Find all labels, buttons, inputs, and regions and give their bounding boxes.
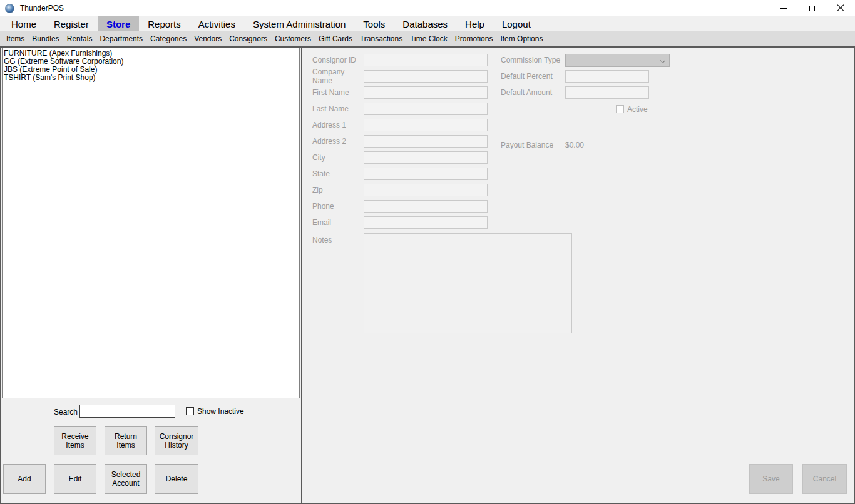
search-label: Search: [20, 408, 78, 416]
consignor-id-label: Consignor ID: [312, 56, 364, 64]
selected-account-button[interactable]: Selected Account: [105, 464, 147, 494]
consignor-id-input[interactable]: [364, 54, 488, 66]
return-items-button[interactable]: Return Items: [105, 426, 147, 455]
zip-input[interactable]: [364, 184, 488, 196]
submenu-time-clock[interactable]: Time Clock: [406, 31, 451, 46]
save-button[interactable]: Save: [749, 464, 793, 494]
email-input[interactable]: [364, 216, 488, 229]
minimize-icon: [780, 8, 787, 9]
restore-button[interactable]: [797, 0, 826, 16]
default-amount-label: Default Amount: [501, 88, 565, 97]
last-name-input[interactable]: [364, 103, 488, 115]
store-submenu-bar: Items Bundles Rentals Departments Catego…: [0, 31, 855, 46]
submenu-bundles[interactable]: Bundles: [28, 31, 63, 46]
cancel-button[interactable]: Cancel: [802, 464, 847, 494]
phone-input[interactable]: [364, 200, 488, 213]
address-1-input[interactable]: [364, 119, 488, 131]
delete-button[interactable]: Delete: [155, 464, 198, 494]
restore-icon: [809, 6, 815, 11]
submenu-transactions[interactable]: Transactions: [356, 31, 406, 46]
show-inactive-label: Show Inactive: [197, 407, 244, 416]
notes-textarea[interactable]: [364, 233, 572, 333]
receive-items-button[interactable]: Receive Items: [54, 426, 96, 455]
close-button[interactable]: [826, 0, 855, 16]
title-bar: ThunderPOS: [0, 0, 855, 16]
last-name-label: Last Name: [312, 104, 364, 113]
default-percent-label: Default Percent: [501, 72, 565, 81]
city-input[interactable]: [364, 151, 488, 164]
notes-label: Notes: [312, 236, 332, 244]
state-label: State: [312, 169, 364, 178]
submenu-item-options[interactable]: Item Options: [496, 31, 546, 46]
minimize-button[interactable]: [769, 0, 797, 16]
consignor-listbox[interactable]: FURNITURE (Apex Furnishings) GG (Extreme…: [2, 48, 300, 398]
search-input[interactable]: [79, 405, 175, 418]
default-amount-input[interactable]: [565, 86, 649, 99]
list-item[interactable]: TSHIRT (Sam's Print Shop): [4, 74, 299, 82]
email-label: Email: [312, 218, 364, 227]
commission-type-label: Commission Type: [501, 56, 565, 64]
chevron-down-icon: [660, 58, 665, 63]
submenu-promotions[interactable]: Promotions: [451, 31, 497, 46]
submenu-rentals[interactable]: Rentals: [63, 31, 96, 46]
menu-logout[interactable]: Logout: [493, 16, 540, 31]
phone-label: Phone: [312, 202, 364, 211]
menu-register[interactable]: Register: [45, 16, 98, 31]
submenu-gift-cards[interactable]: Gift Cards: [315, 31, 356, 46]
submenu-departments[interactable]: Departments: [96, 31, 146, 46]
menu-home[interactable]: Home: [3, 16, 45, 31]
consignors-panel: FURNITURE (Apex Furnishings) GG (Extreme…: [0, 46, 855, 504]
submenu-categories[interactable]: Categories: [146, 31, 190, 46]
close-icon: [837, 4, 844, 12]
first-name-input[interactable]: [364, 86, 488, 99]
company-name-input[interactable]: [364, 70, 488, 83]
menu-reports[interactable]: Reports: [139, 16, 190, 31]
submenu-customers[interactable]: Customers: [271, 31, 315, 46]
state-input[interactable]: [364, 168, 488, 180]
first-name-label: First Name: [312, 88, 364, 97]
submenu-consignors[interactable]: Consignors: [225, 31, 271, 46]
window-controls: [769, 0, 855, 16]
menu-store[interactable]: Store: [98, 16, 139, 31]
active-checkbox[interactable]: [616, 105, 624, 113]
show-inactive-checkbox[interactable]: [186, 407, 194, 415]
city-label: City: [312, 153, 364, 162]
app-window: ThunderPOS Home Register Store Reports A…: [0, 0, 855, 504]
submenu-vendors[interactable]: Vendors: [190, 31, 225, 46]
submenu-items[interactable]: Items: [3, 31, 28, 46]
panel-divider-right: [305, 48, 305, 503]
consignor-history-button[interactable]: Consignor History: [155, 426, 198, 455]
menu-tools[interactable]: Tools: [354, 16, 394, 31]
menu-databases[interactable]: Databases: [394, 16, 456, 31]
add-button[interactable]: Add: [3, 464, 46, 494]
menu-help[interactable]: Help: [456, 16, 493, 31]
address-2-input[interactable]: [364, 135, 488, 148]
company-name-label: Company Name: [312, 68, 364, 85]
address-2-label: Address 2: [312, 137, 364, 146]
commission-type-select[interactable]: [565, 54, 670, 67]
app-icon: [5, 4, 14, 13]
payout-balance-label: Payout Balance: [501, 141, 565, 149]
menu-activities[interactable]: Activities: [190, 16, 244, 31]
address-1-label: Address 1: [312, 121, 364, 129]
active-label: Active: [627, 105, 648, 114]
menu-system-administration[interactable]: System Administration: [244, 16, 354, 31]
edit-button[interactable]: Edit: [54, 464, 96, 494]
menu-bar: Home Register Store Reports Activities S…: [0, 16, 855, 31]
panel-divider-left: [301, 48, 302, 503]
zip-label: Zip: [312, 186, 364, 194]
window-title: ThunderPOS: [20, 4, 64, 13]
payout-balance-value: $0.00: [565, 141, 584, 149]
default-percent-input[interactable]: [565, 70, 649, 83]
